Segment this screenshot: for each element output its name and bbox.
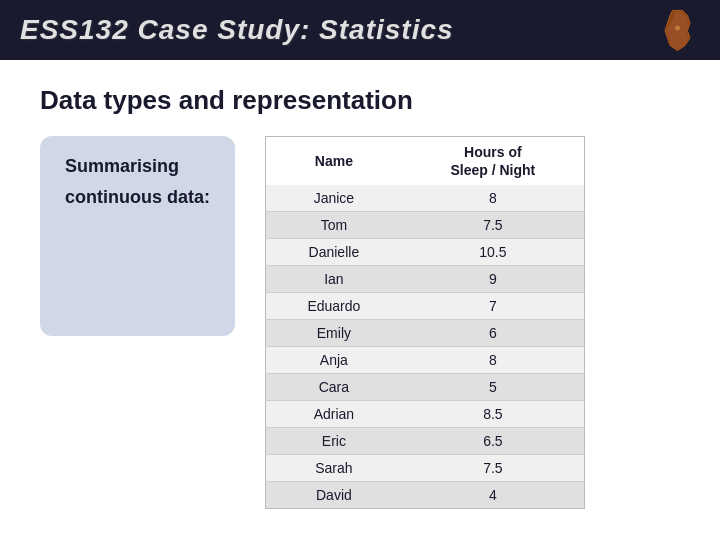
hours-cell: 10.5 — [402, 239, 585, 266]
name-cell: Eric — [266, 428, 402, 455]
hours-cell: 8 — [402, 185, 585, 212]
hours-cell: 6.5 — [402, 428, 585, 455]
svg-point-0 — [675, 25, 680, 30]
summarising-label: Summarising — [65, 156, 210, 177]
sleep-table: Name Hours of Sleep / Night Janice8Tom7.… — [265, 136, 585, 509]
name-cell: Ian — [266, 266, 402, 293]
sleep-header-line1: Hours of — [464, 144, 522, 160]
name-cell: Sarah — [266, 455, 402, 482]
table-row: Janice8 — [266, 185, 585, 212]
table-row: Ian9 — [266, 266, 585, 293]
page-title: Data types and representation — [40, 85, 680, 116]
table-row: Emily6 — [266, 320, 585, 347]
name-cell: Anja — [266, 347, 402, 374]
main-content: Data types and representation Summarisin… — [0, 60, 720, 529]
name-column-header: Name — [266, 137, 402, 186]
table-row: Anja8 — [266, 347, 585, 374]
table-row: Tom7.5 — [266, 212, 585, 239]
hours-cell: 7.5 — [402, 455, 585, 482]
hours-cell: 8.5 — [402, 401, 585, 428]
name-cell: David — [266, 482, 402, 509]
africa-icon — [655, 8, 700, 53]
name-cell: Janice — [266, 185, 402, 212]
table-row: David4 — [266, 482, 585, 509]
table-row: Danielle10.5 — [266, 239, 585, 266]
hours-cell: 5 — [402, 374, 585, 401]
continuous-label: continuous data: — [65, 187, 210, 208]
hours-cell: 4 — [402, 482, 585, 509]
table-body: Janice8Tom7.5Danielle10.5Ian9Eduardo7Emi… — [266, 185, 585, 509]
hours-cell: 8 — [402, 347, 585, 374]
hours-cell: 7.5 — [402, 212, 585, 239]
table-row: Sarah7.5 — [266, 455, 585, 482]
left-panel: Summarising continuous data: — [40, 136, 235, 336]
data-table-container: Name Hours of Sleep / Night Janice8Tom7.… — [265, 136, 680, 509]
name-cell: Cara — [266, 374, 402, 401]
name-cell: Danielle — [266, 239, 402, 266]
sleep-column-header: Hours of Sleep / Night — [402, 137, 585, 186]
name-cell: Adrian — [266, 401, 402, 428]
top-banner: ESS132 Case Study: Statistics — [0, 0, 720, 60]
name-cell: Tom — [266, 212, 402, 239]
table-row: Eduardo7 — [266, 293, 585, 320]
course-title: ESS132 Case Study: Statistics — [20, 14, 454, 46]
table-header-row: Name Hours of Sleep / Night — [266, 137, 585, 186]
hours-cell: 6 — [402, 320, 585, 347]
hours-cell: 7 — [402, 293, 585, 320]
slide: ESS132 Case Study: Statistics Data types… — [0, 0, 720, 540]
name-cell: Emily — [266, 320, 402, 347]
table-row: Adrian8.5 — [266, 401, 585, 428]
table-row: Eric6.5 — [266, 428, 585, 455]
table-row: Cara5 — [266, 374, 585, 401]
name-cell: Eduardo — [266, 293, 402, 320]
content-area: Summarising continuous data: Name Hours … — [40, 136, 680, 509]
hours-cell: 9 — [402, 266, 585, 293]
sleep-header-line2: Sleep / Night — [450, 162, 535, 178]
